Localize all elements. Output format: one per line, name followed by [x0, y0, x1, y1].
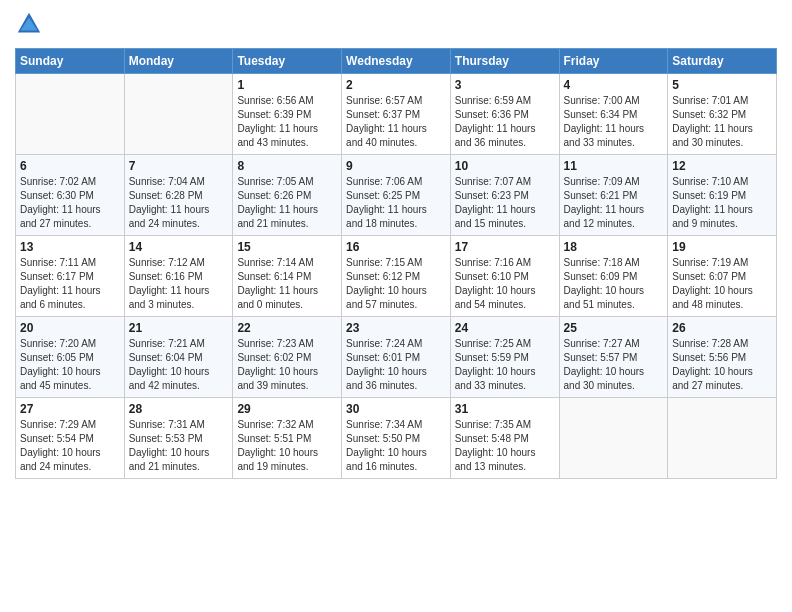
calendar-cell: 27Sunrise: 7:29 AM Sunset: 5:54 PM Dayli…: [16, 398, 125, 479]
day-number: 10: [455, 159, 555, 173]
day-number: 16: [346, 240, 446, 254]
day-of-week-header: Sunday: [16, 49, 125, 74]
calendar-cell: 13Sunrise: 7:11 AM Sunset: 6:17 PM Dayli…: [16, 236, 125, 317]
calendar-cell: 30Sunrise: 7:34 AM Sunset: 5:50 PM Dayli…: [342, 398, 451, 479]
calendar-cell: 1Sunrise: 6:56 AM Sunset: 6:39 PM Daylig…: [233, 74, 342, 155]
page-header: [15, 10, 777, 38]
calendar-cell: 24Sunrise: 7:25 AM Sunset: 5:59 PM Dayli…: [450, 317, 559, 398]
calendar-cell: 28Sunrise: 7:31 AM Sunset: 5:53 PM Dayli…: [124, 398, 233, 479]
logo-icon: [15, 10, 43, 38]
day-number: 15: [237, 240, 337, 254]
calendar-week-row: 20Sunrise: 7:20 AM Sunset: 6:05 PM Dayli…: [16, 317, 777, 398]
day-of-week-header: Friday: [559, 49, 668, 74]
day-number: 18: [564, 240, 664, 254]
calendar-cell: 9Sunrise: 7:06 AM Sunset: 6:25 PM Daylig…: [342, 155, 451, 236]
day-number: 5: [672, 78, 772, 92]
day-info: Sunrise: 7:20 AM Sunset: 6:05 PM Dayligh…: [20, 337, 120, 393]
calendar-cell: 17Sunrise: 7:16 AM Sunset: 6:10 PM Dayli…: [450, 236, 559, 317]
day-info: Sunrise: 7:00 AM Sunset: 6:34 PM Dayligh…: [564, 94, 664, 150]
calendar-cell: 31Sunrise: 7:35 AM Sunset: 5:48 PM Dayli…: [450, 398, 559, 479]
calendar-cell: 20Sunrise: 7:20 AM Sunset: 6:05 PM Dayli…: [16, 317, 125, 398]
day-number: 1: [237, 78, 337, 92]
calendar-cell: 2Sunrise: 6:57 AM Sunset: 6:37 PM Daylig…: [342, 74, 451, 155]
calendar-cell: 18Sunrise: 7:18 AM Sunset: 6:09 PM Dayli…: [559, 236, 668, 317]
calendar-cell: 7Sunrise: 7:04 AM Sunset: 6:28 PM Daylig…: [124, 155, 233, 236]
calendar-cell: 12Sunrise: 7:10 AM Sunset: 6:19 PM Dayli…: [668, 155, 777, 236]
calendar-cell: 3Sunrise: 6:59 AM Sunset: 6:36 PM Daylig…: [450, 74, 559, 155]
day-number: 27: [20, 402, 120, 416]
calendar-cell: 19Sunrise: 7:19 AM Sunset: 6:07 PM Dayli…: [668, 236, 777, 317]
day-number: 13: [20, 240, 120, 254]
day-info: Sunrise: 6:59 AM Sunset: 6:36 PM Dayligh…: [455, 94, 555, 150]
day-number: 14: [129, 240, 229, 254]
calendar-cell: 16Sunrise: 7:15 AM Sunset: 6:12 PM Dayli…: [342, 236, 451, 317]
calendar-week-row: 27Sunrise: 7:29 AM Sunset: 5:54 PM Dayli…: [16, 398, 777, 479]
calendar-cell: [668, 398, 777, 479]
day-info: Sunrise: 7:15 AM Sunset: 6:12 PM Dayligh…: [346, 256, 446, 312]
day-info: Sunrise: 7:12 AM Sunset: 6:16 PM Dayligh…: [129, 256, 229, 312]
day-info: Sunrise: 7:11 AM Sunset: 6:17 PM Dayligh…: [20, 256, 120, 312]
day-info: Sunrise: 7:06 AM Sunset: 6:25 PM Dayligh…: [346, 175, 446, 231]
calendar-header-row: SundayMondayTuesdayWednesdayThursdayFrid…: [16, 49, 777, 74]
calendar-week-row: 6Sunrise: 7:02 AM Sunset: 6:30 PM Daylig…: [16, 155, 777, 236]
calendar-cell: [559, 398, 668, 479]
calendar-cell: 10Sunrise: 7:07 AM Sunset: 6:23 PM Dayli…: [450, 155, 559, 236]
day-info: Sunrise: 7:18 AM Sunset: 6:09 PM Dayligh…: [564, 256, 664, 312]
day-number: 12: [672, 159, 772, 173]
day-number: 21: [129, 321, 229, 335]
calendar-cell: 23Sunrise: 7:24 AM Sunset: 6:01 PM Dayli…: [342, 317, 451, 398]
calendar-cell: [16, 74, 125, 155]
day-number: 24: [455, 321, 555, 335]
day-number: 31: [455, 402, 555, 416]
day-info: Sunrise: 7:01 AM Sunset: 6:32 PM Dayligh…: [672, 94, 772, 150]
day-number: 4: [564, 78, 664, 92]
day-number: 23: [346, 321, 446, 335]
day-of-week-header: Saturday: [668, 49, 777, 74]
day-info: Sunrise: 7:19 AM Sunset: 6:07 PM Dayligh…: [672, 256, 772, 312]
day-number: 9: [346, 159, 446, 173]
day-info: Sunrise: 7:21 AM Sunset: 6:04 PM Dayligh…: [129, 337, 229, 393]
day-info: Sunrise: 7:23 AM Sunset: 6:02 PM Dayligh…: [237, 337, 337, 393]
day-info: Sunrise: 7:04 AM Sunset: 6:28 PM Dayligh…: [129, 175, 229, 231]
day-number: 28: [129, 402, 229, 416]
day-number: 17: [455, 240, 555, 254]
calendar-week-row: 13Sunrise: 7:11 AM Sunset: 6:17 PM Dayli…: [16, 236, 777, 317]
day-number: 6: [20, 159, 120, 173]
calendar-cell: 25Sunrise: 7:27 AM Sunset: 5:57 PM Dayli…: [559, 317, 668, 398]
calendar-table: SundayMondayTuesdayWednesdayThursdayFrid…: [15, 48, 777, 479]
day-info: Sunrise: 7:28 AM Sunset: 5:56 PM Dayligh…: [672, 337, 772, 393]
day-number: 22: [237, 321, 337, 335]
day-info: Sunrise: 7:14 AM Sunset: 6:14 PM Dayligh…: [237, 256, 337, 312]
calendar-cell: 21Sunrise: 7:21 AM Sunset: 6:04 PM Dayli…: [124, 317, 233, 398]
calendar-cell: [124, 74, 233, 155]
day-number: 30: [346, 402, 446, 416]
day-info: Sunrise: 7:27 AM Sunset: 5:57 PM Dayligh…: [564, 337, 664, 393]
calendar-cell: 11Sunrise: 7:09 AM Sunset: 6:21 PM Dayli…: [559, 155, 668, 236]
day-number: 8: [237, 159, 337, 173]
logo: [15, 10, 45, 38]
day-number: 29: [237, 402, 337, 416]
day-info: Sunrise: 7:34 AM Sunset: 5:50 PM Dayligh…: [346, 418, 446, 474]
day-number: 19: [672, 240, 772, 254]
calendar-cell: 8Sunrise: 7:05 AM Sunset: 6:26 PM Daylig…: [233, 155, 342, 236]
calendar-cell: 22Sunrise: 7:23 AM Sunset: 6:02 PM Dayli…: [233, 317, 342, 398]
day-info: Sunrise: 6:57 AM Sunset: 6:37 PM Dayligh…: [346, 94, 446, 150]
day-of-week-header: Tuesday: [233, 49, 342, 74]
day-info: Sunrise: 7:10 AM Sunset: 6:19 PM Dayligh…: [672, 175, 772, 231]
calendar-cell: 5Sunrise: 7:01 AM Sunset: 6:32 PM Daylig…: [668, 74, 777, 155]
calendar-cell: 4Sunrise: 7:00 AM Sunset: 6:34 PM Daylig…: [559, 74, 668, 155]
calendar-cell: 15Sunrise: 7:14 AM Sunset: 6:14 PM Dayli…: [233, 236, 342, 317]
day-info: Sunrise: 7:29 AM Sunset: 5:54 PM Dayligh…: [20, 418, 120, 474]
calendar-cell: 6Sunrise: 7:02 AM Sunset: 6:30 PM Daylig…: [16, 155, 125, 236]
day-of-week-header: Wednesday: [342, 49, 451, 74]
day-info: Sunrise: 7:09 AM Sunset: 6:21 PM Dayligh…: [564, 175, 664, 231]
calendar-cell: 26Sunrise: 7:28 AM Sunset: 5:56 PM Dayli…: [668, 317, 777, 398]
calendar-cell: 14Sunrise: 7:12 AM Sunset: 6:16 PM Dayli…: [124, 236, 233, 317]
day-info: Sunrise: 6:56 AM Sunset: 6:39 PM Dayligh…: [237, 94, 337, 150]
day-number: 7: [129, 159, 229, 173]
day-info: Sunrise: 7:25 AM Sunset: 5:59 PM Dayligh…: [455, 337, 555, 393]
day-info: Sunrise: 7:32 AM Sunset: 5:51 PM Dayligh…: [237, 418, 337, 474]
day-info: Sunrise: 7:05 AM Sunset: 6:26 PM Dayligh…: [237, 175, 337, 231]
calendar-week-row: 1Sunrise: 6:56 AM Sunset: 6:39 PM Daylig…: [16, 74, 777, 155]
day-info: Sunrise: 7:07 AM Sunset: 6:23 PM Dayligh…: [455, 175, 555, 231]
